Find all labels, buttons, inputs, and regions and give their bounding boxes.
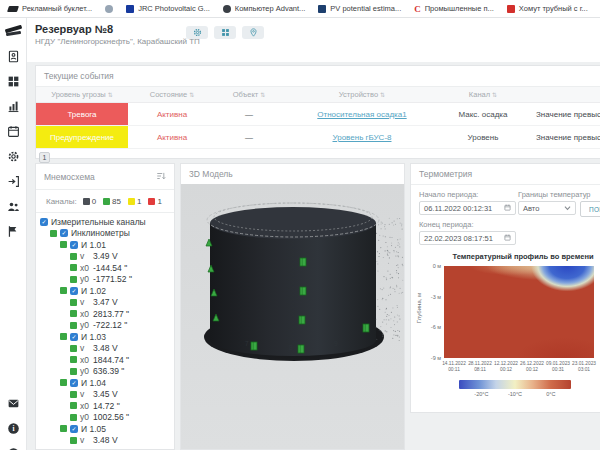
sort-icon[interactable]: ⇅ [380,91,385,98]
tree-checkbox[interactable]: ✓ [70,333,78,341]
bookmark-item[interactable]: Рекламный буклет... [8,4,92,13]
event-device-link[interactable]: Уровень гБУС-8 [333,133,392,142]
channel-color-icon [83,198,90,205]
sensor-marker[interactable] [300,258,306,266]
settings-icon[interactable] [7,150,20,163]
channel-status-icon [50,230,57,237]
column-header-Канал[interactable]: Канал⇅ [442,87,524,102]
tree-item-label[interactable]: И 1.04 [81,378,106,388]
bookmark-item[interactable]: Хомут трубный с г... [507,4,588,13]
tree-row: ✓Инклинометры [36,228,176,240]
channels-label: Каналы: [46,197,77,206]
pagination-page-1-button[interactable]: 1 [39,152,50,163]
temp-bounds-select[interactable]: Авто [518,201,576,215]
bookmark-item[interactable] [105,5,113,13]
tree-value-key: x0 [80,309,93,319]
temperature-heatmap[interactable] [444,266,594,358]
tree-row: v3.49 V [36,251,176,263]
bookmark-label: JRC Photovoltaic G... [138,4,210,13]
event-row: ТревогаАктивна—Относительная осадка1Макс… [36,103,600,126]
tree-item-label[interactable]: И 1.03 [81,332,106,342]
thermo-panel-title: Термометрия [419,169,472,179]
tree-row: x0-144.54 " [36,262,176,274]
bookmark-item[interactable]: CПромышленные п... [414,4,494,14]
tree-row: y0-722.12 " [36,320,176,332]
page-title: Резервуар №8 [35,23,113,35]
temp-bounds-value: Авто [523,204,539,213]
chart-x-axis: 14.11.2022 00:1128.11.2022 08:1112.12.20… [441,361,597,373]
tree-sort-icon[interactable] [156,171,166,183]
end-date-input[interactable]: 22.02.2023 08:17:51 [419,231,516,245]
tree-value-key: v [80,435,93,445]
tree-value: 3.48 V [93,343,118,353]
tree-item-label[interactable]: И 1.01 [81,240,106,250]
calendar-icon[interactable] [7,125,20,138]
reports-icon[interactable] [7,225,20,238]
channel-status-icon [70,437,77,444]
channel-status-icon [70,299,77,306]
colorbar-labels: -20°C-10°C0°C [459,391,571,399]
sort-icon[interactable]: ⇅ [189,91,194,98]
tree-item-label[interactable]: И 1.02 [81,286,106,296]
tree-item-label[interactable]: Измерительные каналы [51,217,146,227]
column-header-Устройство[interactable]: Устройство⇅ [282,87,442,102]
column-header-Объект[interactable]: Объект⇅ [216,87,282,102]
tree-checkbox[interactable]: ✓ [40,218,48,226]
channel-status-icon [60,379,67,386]
mail-icon[interactable] [7,397,20,410]
location-button[interactable] [242,26,264,39]
app-logo-icon[interactable] [0,21,27,41]
event-state-cell: Активна [128,103,216,125]
info-icon[interactable]: i [7,422,20,435]
users-icon[interactable] [7,200,20,213]
x-tick-label: 12.12.2022 00:12 [493,361,519,373]
grid-button[interactable] [214,26,236,39]
tree-value: 3.49 V [93,251,118,261]
gear-button[interactable] [186,26,208,39]
column-header-Состояние[interactable]: Состояние⇅ [128,87,216,102]
bar-chart-icon[interactable] [7,100,20,113]
sort-icon[interactable]: ⇅ [108,91,113,98]
channel-status-icon [60,241,67,248]
bookmark-item[interactable]: Компьютер Advant... [223,4,306,13]
tree-value-key: x0 [80,355,93,365]
bookmark-item[interactable]: JRC Photovoltaic G... [126,4,210,13]
calendar-icon[interactable] [504,204,511,213]
sensor-marker[interactable] [298,345,304,353]
event-channel-cell: Макс. осадка [442,103,524,125]
tree-value-key: x0 [80,401,93,411]
sensor-marker[interactable] [300,287,306,295]
tree-item-label[interactable]: Инклинометры [71,228,130,238]
column-header-Уровень угрозы[interactable]: Уровень угрозы⇅ [36,87,128,102]
tank-point-number: 8 [289,344,293,351]
bookmark-item[interactable]: PV potential estima... [318,4,401,13]
contacts-icon[interactable] [7,50,20,63]
tree-checkbox[interactable]: ✓ [70,287,78,295]
tree-row: ✓И 1.02 [36,285,176,297]
bookmark-label: Рекламный буклет... [22,4,92,13]
sort-icon[interactable]: ⇅ [492,91,497,98]
tank-point-number: 7 [245,340,249,347]
dashboard-icon[interactable] [7,75,20,88]
tree-item-label[interactable]: И 1.05 [81,424,106,434]
tree-row: ✓И 1.03 [36,331,176,343]
show-button[interactable]: ПОКАЗАТЬ [580,201,600,217]
tree-checkbox[interactable]: ✓ [70,379,78,387]
events-table-body: ТревогаАктивна—Относительная осадка1Макс… [36,103,600,149]
tree-checkbox[interactable]: ✓ [70,241,78,249]
event-device-link[interactable]: Относительная осадка1 [317,110,406,119]
sensor-marker[interactable] [299,316,305,324]
channel-status-icon [70,391,77,398]
tree-checkbox[interactable]: ✓ [60,229,68,237]
sort-icon[interactable]: ⇅ [260,91,265,98]
tree-checkbox[interactable]: ✓ [70,425,78,433]
tank-3d-viewport[interactable]: 789 [181,184,404,449]
channels-legend: Каналы: 08511 [36,190,174,213]
sensor-marker[interactable] [363,324,369,332]
calendar-icon[interactable] [504,234,511,243]
column-header-Описание[interactable]: Описание⇅ [524,87,600,102]
sensor-marker[interactable] [251,342,257,350]
start-date-input[interactable]: 06.11.2022 00:12:31 [419,201,516,215]
logout-icon[interactable] [7,175,20,188]
bookmark-favicon-icon [223,5,231,13]
